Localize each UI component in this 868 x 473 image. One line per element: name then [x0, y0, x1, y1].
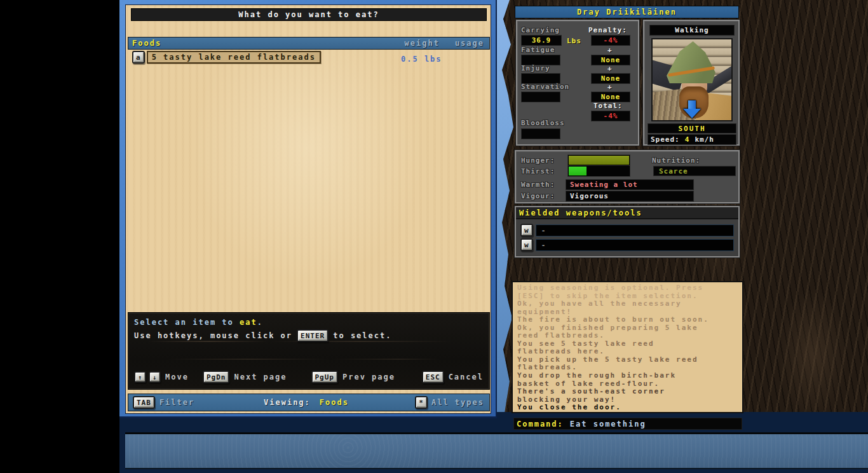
prompt-line1: Select an item to eat. [134, 318, 263, 327]
plus-sign: + [607, 46, 613, 54]
wielded-slot[interactable]: w - [520, 238, 734, 251]
green-hat [667, 41, 717, 83]
speed-label: Speed: [651, 135, 680, 144]
carrying-value: 36.9 [521, 35, 562, 46]
list-item[interactable]: a 5 tasty lake reed flatbreads [132, 51, 321, 64]
carrying-unit: Lbs [567, 37, 581, 45]
prompt-text: Use hotkeys, mouse click or [134, 331, 292, 340]
arrow-down-key-button[interactable]: ↓ [149, 371, 161, 383]
log-message: You close the door. [517, 404, 738, 412]
game-screen: What do you want to eat? Foods weight us… [0, 0, 868, 473]
fatigue-label: Fatigue [521, 46, 555, 54]
command-value: Eat something [570, 420, 646, 428]
usage-column-header: usage [455, 39, 484, 48]
total-penalty-value: -4% [591, 111, 630, 121]
wielded-slot[interactable]: w - [520, 224, 734, 236]
condition-panel: Hunger: Nutrition: Thirst: Scarce Warmth… [515, 150, 740, 203]
item-weight: 0.5 lbs [401, 55, 442, 64]
carrying-label: Carrying [521, 26, 560, 34]
carry-penalty-value: -4% [591, 35, 630, 46]
message-log: Using seasoning is optional. Press [ESC]… [512, 281, 743, 413]
movement-panel: Walking SOUTH Speed: 4 km/h [643, 20, 740, 146]
speed-unit: km/h [695, 135, 714, 144]
prompt-line2: Use hotkeys, mouse click or ENTER to sel… [134, 329, 391, 342]
bloodloss-value [521, 128, 560, 139]
filter-label: Filter [159, 398, 194, 407]
item-name[interactable]: 5 tasty lake reed flatbreads [147, 51, 321, 64]
hunger-label: Hunger: [521, 156, 555, 165]
log-message: You drop the rough birch-bark [517, 372, 738, 380]
prev-page-label: Prev page [342, 373, 395, 381]
injury-label: Injury [521, 64, 550, 72]
all-types-label: All types [431, 398, 484, 407]
character-portrait [651, 38, 733, 121]
bloodloss-label: Bloodloss [521, 119, 565, 127]
navigation-row: ↑ ↓ Move PgDn Next page PgUp Prev page E… [134, 371, 484, 383]
wield-hotkey-button[interactable]: w [520, 238, 533, 251]
enter-key-button[interactable]: ENTER [297, 329, 329, 342]
hunger-bar [568, 155, 630, 165]
starvation-label: Starvation [521, 83, 569, 91]
water-band [125, 432, 868, 469]
nutrition-value: Scarce [653, 166, 736, 176]
tab-key-button[interactable]: TAB [133, 396, 155, 409]
prompt-panel: Select an item to eat. Use hotkeys, mous… [128, 312, 490, 390]
wielded-panel: Wielded weapons/tools w - w - [515, 206, 740, 257]
prompt-period: . [257, 318, 263, 327]
arrow-up-key-button[interactable]: ↑ [134, 371, 146, 383]
movement-mode: Walking [649, 25, 735, 36]
wielded-item: - [536, 239, 734, 251]
cancel-label: Cancel [449, 373, 484, 381]
viewing-value: Foods [320, 398, 349, 407]
penalty-label: Penalty: [588, 26, 627, 34]
esc-key-button[interactable]: ESC [422, 371, 444, 383]
speed-value: 4 [685, 135, 690, 144]
next-page-label: Next page [234, 373, 287, 381]
log-message: Ok, you have all the necessary [517, 300, 738, 308]
prompt-text: to select. [333, 331, 391, 340]
warmth-label: Warmth: [521, 181, 555, 189]
plus-sign: + [607, 64, 613, 72]
nutrition-label: Nutrition: [652, 156, 700, 165]
log-message: The fire is about to burn out soon. [517, 316, 738, 324]
pgup-key-button[interactable]: PgUp [311, 371, 339, 383]
vigour-label: Vigour: [521, 192, 555, 200]
wield-hotkey-button[interactable]: w [520, 224, 533, 236]
category-label: Foods [132, 39, 161, 48]
prompt-text: Select an item to [134, 318, 240, 327]
thirst-label: Thirst: [521, 167, 555, 175]
log-message: reed flatbreads. [517, 332, 738, 340]
eat-dialog: What do you want to eat? Foods weight us… [125, 4, 491, 414]
warmth-value: Sweating a lot [566, 179, 694, 190]
pgdn-key-button[interactable]: PgDn [203, 371, 230, 383]
log-message: There's a south-east corner [517, 388, 738, 396]
filter-bar: TAB Filter Viewing: Foods * All types [128, 394, 490, 411]
direction-arrow-icon [683, 100, 701, 118]
weight-column-header: weight [405, 39, 440, 48]
starvation-value [521, 92, 560, 102]
wielded-title: Wielded weapons/tools [516, 207, 738, 219]
speed-row: Speed: 4 km/h [648, 134, 736, 145]
asterisk-key-button[interactable]: * [415, 396, 428, 409]
item-hotkey-button[interactable]: a [132, 51, 145, 64]
vigour-value: Vigorous [566, 191, 694, 202]
total-label: Total: [593, 102, 623, 110]
direction-value: SOUTH [648, 123, 736, 134]
character-name-bar: Dray Driikiläinen [515, 6, 739, 18]
command-bar: Command: Eat something [513, 418, 742, 430]
viewing-group: Viewing: Foods [264, 398, 349, 407]
viewing-label: Viewing: [264, 398, 311, 407]
stats-panel: Carrying 36.9 Lbs Penalty: -4% Fatigue +… [516, 20, 639, 146]
plus-sign: + [607, 83, 613, 91]
thirst-bar [568, 166, 630, 176]
dialog-title: What do you want to eat? [131, 8, 487, 21]
prompt-verb: eat [240, 318, 257, 327]
command-label: Command: [517, 420, 564, 428]
starvation-penalty: None [591, 92, 630, 102]
texture-scratch [166, 359, 440, 360]
move-label: Move [165, 373, 189, 381]
list-header: Foods weight usage [128, 37, 490, 50]
dialog-frame: What do you want to eat? Foods weight us… [119, 0, 497, 418]
wielded-item: - [536, 224, 734, 236]
log-message: Using seasoning is optional. Press [517, 284, 738, 292]
